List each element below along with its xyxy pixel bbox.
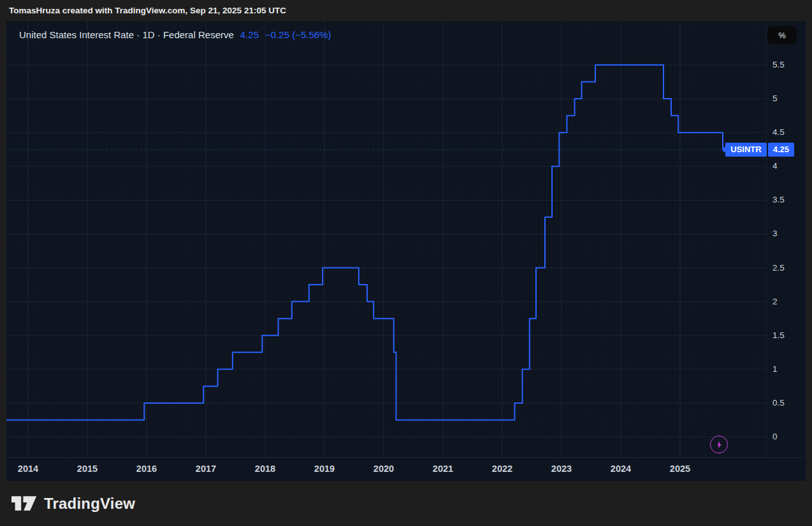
price-scale-unit-button[interactable]: % [767,26,797,44]
time-axis[interactable]: 2014201520162017201820192020202120222023… [6,457,806,481]
symbol-legend[interactable]: United States Interest Rate · 1D · Feder… [19,29,331,40]
legend-change: −0.25 (−5.56%) [265,29,331,40]
price-tick-label: 4 [772,161,778,171]
attribution-text: TomasHruza created with TradingView.com,… [9,6,286,15]
year-tick-label: 2023 [546,464,577,474]
price-tick-label: 0.5 [772,398,785,408]
price-flag-value: 4.25 [768,143,794,157]
price-tick-label: 3.5 [772,195,785,204]
year-tick-label: 2019 [309,464,340,474]
chart-plot-area[interactable] [6,21,766,457]
year-tick-label: 2024 [605,464,636,474]
legend-last-price: 4.25 [240,29,259,40]
price-tick-label: 5 [772,94,778,103]
year-tick-label: 2014 [13,464,43,474]
percent-icon: % [778,31,786,40]
year-tick-label: 2018 [250,464,280,474]
price-tick-label: 4.5 [772,127,785,137]
footer-bar: TradingView [0,481,812,526]
tradingview-brand-text[interactable]: TradingView [44,495,135,513]
grid-major-lines [6,21,766,457]
price-tick-label: 5.5 [772,60,785,69]
lightning-icon [714,440,724,450]
grid-minor-lines [8,21,764,457]
tradingview-logo-icon[interactable] [11,495,37,512]
price-tick-label: 1 [772,364,778,374]
price-tick-label: 3 [772,229,778,238]
attribution-bar: TomasHruza created with TradingView.com,… [0,0,812,21]
year-tick-label: 2017 [191,464,221,474]
price-tick-label: 2 [772,297,778,306]
chart-panel: 00.511.522.533.544.555.5 201420152016201… [6,21,806,481]
price-flag-symbol: USINTR [725,143,766,157]
price-tick-label: 0 [772,432,778,441]
year-tick-label: 2020 [368,464,399,474]
price-tick-label: 1.5 [772,331,785,340]
price-tick-label: 2.5 [772,263,785,273]
year-tick-label: 2015 [72,464,103,474]
symbol-title: United States Interest Rate · 1D · Feder… [19,29,234,40]
year-tick-label: 2025 [665,464,695,474]
year-tick-label: 2022 [487,464,518,474]
boost-button[interactable] [710,436,728,453]
price-axis[interactable]: 00.511.522.533.544.555.5 [766,21,806,457]
series-line [6,65,725,420]
last-price-flag[interactable]: USINTR 4.25 [725,143,794,157]
year-tick-label: 2021 [428,464,458,474]
year-tick-label: 2016 [131,464,162,474]
